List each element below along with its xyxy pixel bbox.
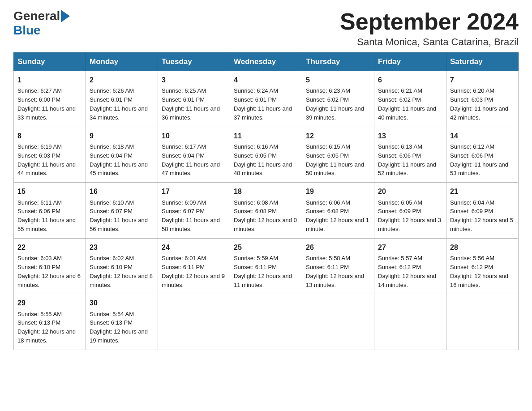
calendar-day-cell: 14Sunrise: 6:12 AMSunset: 6:06 PMDayligh… bbox=[446, 127, 519, 183]
calendar-day-cell bbox=[302, 294, 374, 350]
day-number: 28 bbox=[450, 242, 515, 253]
calendar-day-cell: 8Sunrise: 6:19 AMSunset: 6:03 PMDaylight… bbox=[14, 127, 86, 183]
day-number: 25 bbox=[234, 242, 298, 253]
calendar-week-row: 15Sunrise: 6:11 AMSunset: 6:06 PMDayligh… bbox=[14, 183, 519, 239]
calendar-day-cell bbox=[374, 294, 446, 350]
day-number: 17 bbox=[162, 186, 226, 197]
calendar-day-cell: 6Sunrise: 6:21 AMSunset: 6:02 PMDaylight… bbox=[374, 71, 446, 127]
day-info: Sunrise: 6:18 AMSunset: 6:04 PMDaylight:… bbox=[90, 143, 148, 177]
calendar-day-cell: 5Sunrise: 6:23 AMSunset: 6:02 PMDaylight… bbox=[302, 71, 374, 127]
day-number: 22 bbox=[17, 242, 82, 253]
day-info: Sunrise: 6:01 AMSunset: 6:11 PMDaylight:… bbox=[162, 255, 225, 288]
calendar-day-cell: 17Sunrise: 6:09 AMSunset: 6:07 PMDayligh… bbox=[158, 183, 230, 239]
day-info: Sunrise: 6:09 AMSunset: 6:07 PMDaylight:… bbox=[162, 199, 220, 233]
day-number: 7 bbox=[450, 75, 515, 85]
day-info: Sunrise: 6:10 AMSunset: 6:07 PMDaylight:… bbox=[90, 199, 148, 233]
day-number: 27 bbox=[378, 242, 442, 253]
day-info: Sunrise: 6:05 AMSunset: 6:09 PMDaylight:… bbox=[378, 199, 441, 233]
calendar-day-cell: 1Sunrise: 6:27 AMSunset: 6:00 PMDaylight… bbox=[14, 71, 86, 127]
title-section: September 2024 Santa Monica, Santa Catar… bbox=[340, 9, 519, 48]
day-number: 20 bbox=[378, 186, 442, 197]
day-info: Sunrise: 6:15 AMSunset: 6:05 PMDaylight:… bbox=[306, 143, 364, 177]
day-number: 14 bbox=[450, 131, 515, 141]
day-info: Sunrise: 6:25 AMSunset: 6:01 PMDaylight:… bbox=[162, 87, 220, 121]
day-number: 8 bbox=[17, 131, 82, 141]
calendar-week-row: 29Sunrise: 5:55 AMSunset: 6:13 PMDayligh… bbox=[14, 294, 519, 350]
calendar-week-row: 22Sunrise: 6:03 AMSunset: 6:10 PMDayligh… bbox=[14, 238, 519, 294]
day-number: 21 bbox=[450, 186, 515, 197]
day-info: Sunrise: 6:24 AMSunset: 6:01 PMDaylight:… bbox=[234, 87, 292, 121]
day-info: Sunrise: 5:54 AMSunset: 6:13 PMDaylight:… bbox=[90, 311, 148, 344]
day-info: Sunrise: 5:59 AMSunset: 6:11 PMDaylight:… bbox=[234, 255, 292, 288]
calendar-day-cell bbox=[158, 294, 230, 350]
day-number: 24 bbox=[162, 242, 226, 253]
day-info: Sunrise: 6:27 AMSunset: 6:00 PMDaylight:… bbox=[17, 87, 76, 121]
day-info: Sunrise: 6:13 AMSunset: 6:06 PMDaylight:… bbox=[378, 143, 436, 177]
day-info: Sunrise: 6:17 AMSunset: 6:04 PMDaylight:… bbox=[162, 143, 220, 177]
day-number: 26 bbox=[306, 242, 370, 253]
weekday-header-tuesday: Tuesday bbox=[158, 53, 230, 71]
day-number: 23 bbox=[90, 242, 154, 253]
calendar-day-cell: 29Sunrise: 5:55 AMSunset: 6:13 PMDayligh… bbox=[14, 294, 86, 350]
weekday-header-row: SundayMondayTuesdayWednesdayThursdayFrid… bbox=[14, 53, 519, 71]
day-info: Sunrise: 5:56 AMSunset: 6:12 PMDaylight:… bbox=[450, 255, 508, 288]
svg-marker-0 bbox=[61, 10, 70, 22]
calendar-day-cell: 10Sunrise: 6:17 AMSunset: 6:04 PMDayligh… bbox=[158, 127, 230, 183]
day-info: Sunrise: 5:58 AMSunset: 6:11 PMDaylight:… bbox=[306, 255, 364, 288]
day-number: 12 bbox=[306, 131, 370, 141]
day-info: Sunrise: 6:20 AMSunset: 6:03 PMDaylight:… bbox=[450, 87, 508, 121]
calendar-day-cell: 7Sunrise: 6:20 AMSunset: 6:03 PMDaylight… bbox=[446, 71, 519, 127]
logo: General Blue bbox=[13, 9, 70, 38]
day-info: Sunrise: 6:23 AMSunset: 6:02 PMDaylight:… bbox=[306, 87, 364, 121]
day-number: 5 bbox=[306, 75, 370, 85]
calendar-day-cell: 4Sunrise: 6:24 AMSunset: 6:01 PMDaylight… bbox=[230, 71, 302, 127]
weekday-header-wednesday: Wednesday bbox=[230, 53, 302, 71]
logo-general: General bbox=[13, 9, 60, 23]
calendar-day-cell bbox=[446, 294, 519, 350]
calendar-day-cell: 26Sunrise: 5:58 AMSunset: 6:11 PMDayligh… bbox=[302, 238, 374, 294]
day-number: 16 bbox=[90, 186, 154, 197]
month-title: September 2024 bbox=[340, 9, 519, 34]
calendar-day-cell: 23Sunrise: 6:02 AMSunset: 6:10 PMDayligh… bbox=[86, 238, 158, 294]
day-number: 3 bbox=[162, 75, 226, 85]
day-info: Sunrise: 6:11 AMSunset: 6:06 PMDaylight:… bbox=[17, 199, 76, 233]
location-subtitle: Santa Monica, Santa Catarina, Brazil bbox=[340, 36, 519, 48]
weekday-header-friday: Friday bbox=[374, 53, 446, 71]
calendar-day-cell: 20Sunrise: 6:05 AMSunset: 6:09 PMDayligh… bbox=[374, 183, 446, 239]
calendar-day-cell: 9Sunrise: 6:18 AMSunset: 6:04 PMDaylight… bbox=[86, 127, 158, 183]
calendar-day-cell: 25Sunrise: 5:59 AMSunset: 6:11 PMDayligh… bbox=[230, 238, 302, 294]
day-info: Sunrise: 6:26 AMSunset: 6:01 PMDaylight:… bbox=[90, 87, 148, 121]
day-number: 18 bbox=[234, 186, 298, 197]
day-number: 11 bbox=[234, 131, 298, 141]
logo-arrow-icon bbox=[61, 10, 70, 22]
calendar-day-cell bbox=[230, 294, 302, 350]
day-info: Sunrise: 6:19 AMSunset: 6:03 PMDaylight:… bbox=[17, 143, 76, 177]
calendar-day-cell: 19Sunrise: 6:06 AMSunset: 6:08 PMDayligh… bbox=[302, 183, 374, 239]
page-header: General Blue September 2024 Santa Monica… bbox=[13, 9, 519, 48]
calendar-day-cell: 16Sunrise: 6:10 AMSunset: 6:07 PMDayligh… bbox=[86, 183, 158, 239]
calendar-day-cell: 22Sunrise: 6:03 AMSunset: 6:10 PMDayligh… bbox=[14, 238, 86, 294]
calendar-week-row: 1Sunrise: 6:27 AMSunset: 6:00 PMDaylight… bbox=[14, 71, 519, 127]
day-info: Sunrise: 5:57 AMSunset: 6:12 PMDaylight:… bbox=[378, 255, 436, 288]
day-info: Sunrise: 6:16 AMSunset: 6:05 PMDaylight:… bbox=[234, 143, 292, 177]
weekday-header-saturday: Saturday bbox=[446, 53, 519, 71]
day-number: 2 bbox=[90, 75, 154, 85]
calendar-day-cell: 30Sunrise: 5:54 AMSunset: 6:13 PMDayligh… bbox=[86, 294, 158, 350]
calendar-day-cell: 3Sunrise: 6:25 AMSunset: 6:01 PMDaylight… bbox=[158, 71, 230, 127]
day-number: 4 bbox=[234, 75, 298, 85]
day-number: 1 bbox=[17, 75, 82, 85]
logo-blue: Blue bbox=[13, 23, 41, 37]
day-info: Sunrise: 5:55 AMSunset: 6:13 PMDaylight:… bbox=[17, 311, 76, 344]
day-info: Sunrise: 6:02 AMSunset: 6:10 PMDaylight:… bbox=[90, 255, 153, 288]
day-info: Sunrise: 6:21 AMSunset: 6:02 PMDaylight:… bbox=[378, 87, 436, 121]
calendar-day-cell: 24Sunrise: 6:01 AMSunset: 6:11 PMDayligh… bbox=[158, 238, 230, 294]
day-info: Sunrise: 6:06 AMSunset: 6:08 PMDaylight:… bbox=[306, 199, 369, 233]
calendar-day-cell: 18Sunrise: 6:08 AMSunset: 6:08 PMDayligh… bbox=[230, 183, 302, 239]
day-number: 10 bbox=[162, 131, 226, 141]
calendar-day-cell: 13Sunrise: 6:13 AMSunset: 6:06 PMDayligh… bbox=[374, 127, 446, 183]
calendar-day-cell: 12Sunrise: 6:15 AMSunset: 6:05 PMDayligh… bbox=[302, 127, 374, 183]
day-number: 30 bbox=[90, 298, 154, 308]
weekday-header-monday: Monday bbox=[86, 53, 158, 71]
day-number: 9 bbox=[90, 131, 154, 141]
day-number: 29 bbox=[17, 298, 82, 308]
